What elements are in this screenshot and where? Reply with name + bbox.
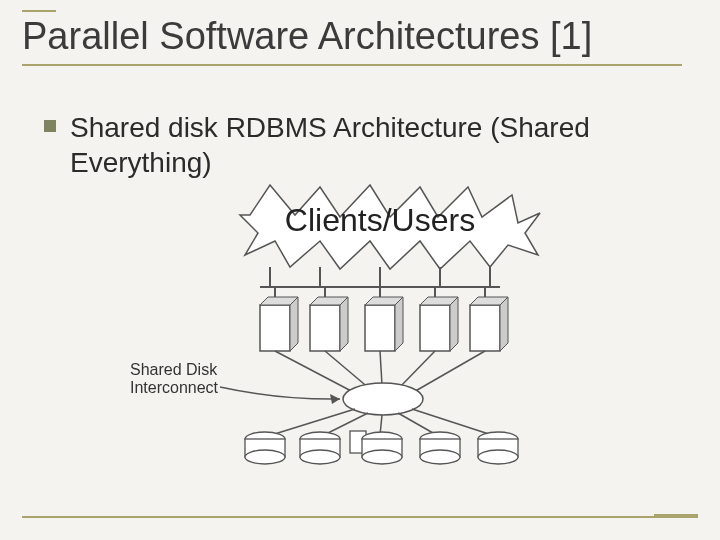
bullet-text: Shared disk RDBMS Architecture (Shared E… (70, 110, 680, 180)
title-rule-bottom (22, 64, 682, 66)
svg-rect-24 (470, 305, 500, 351)
svg-rect-12 (260, 305, 290, 351)
svg-rect-15 (310, 305, 340, 351)
svg-line-36 (412, 409, 498, 437)
disk-icon (420, 432, 460, 464)
svg-point-45 (362, 450, 402, 464)
server-node-icon (470, 297, 508, 351)
footer-rule (22, 516, 698, 518)
svg-point-39 (245, 450, 285, 464)
interconnect-label-line1: Shared Disk (130, 361, 218, 378)
disk-icon (362, 432, 402, 464)
interconnect-icon (343, 383, 423, 415)
svg-line-27 (275, 351, 355, 393)
disk-icon (478, 432, 518, 464)
title-block: Parallel Software Architectures [1] (22, 10, 698, 66)
square-bullet-icon (44, 120, 56, 132)
server-node-icon (260, 297, 298, 351)
svg-point-48 (420, 450, 460, 464)
architecture-diagram: Clients/Users (120, 175, 600, 495)
body-area: Shared disk RDBMS Architecture (Shared E… (44, 110, 680, 180)
svg-line-29 (380, 351, 382, 385)
arrow-head-icon (330, 394, 340, 404)
bullet-item: Shared disk RDBMS Architecture (Shared E… (44, 110, 680, 180)
svg-point-42 (300, 450, 340, 464)
interconnect-label-line2: Interconnect (130, 379, 219, 396)
footer-rule-tab (654, 514, 698, 516)
slide-title: Parallel Software Architectures [1] (22, 16, 698, 58)
server-node-icon (420, 297, 458, 351)
svg-rect-21 (420, 305, 450, 351)
svg-line-28 (325, 351, 370, 389)
svg-line-31 (412, 351, 485, 393)
svg-marker-26 (500, 297, 508, 351)
clients-users-label: Clients/Users (285, 202, 475, 238)
svg-marker-23 (450, 297, 458, 351)
disk-icon (300, 432, 340, 464)
arrow-line-icon (220, 387, 340, 399)
server-node-icon (310, 297, 348, 351)
slide: Parallel Software Architectures [1] Shar… (0, 0, 720, 540)
svg-rect-18 (365, 305, 395, 351)
disk-icon (245, 432, 285, 464)
svg-marker-14 (290, 297, 298, 351)
svg-point-51 (478, 450, 518, 464)
svg-marker-17 (340, 297, 348, 351)
server-node-icon (365, 297, 403, 351)
svg-marker-20 (395, 297, 403, 351)
title-rule-top (22, 10, 56, 12)
